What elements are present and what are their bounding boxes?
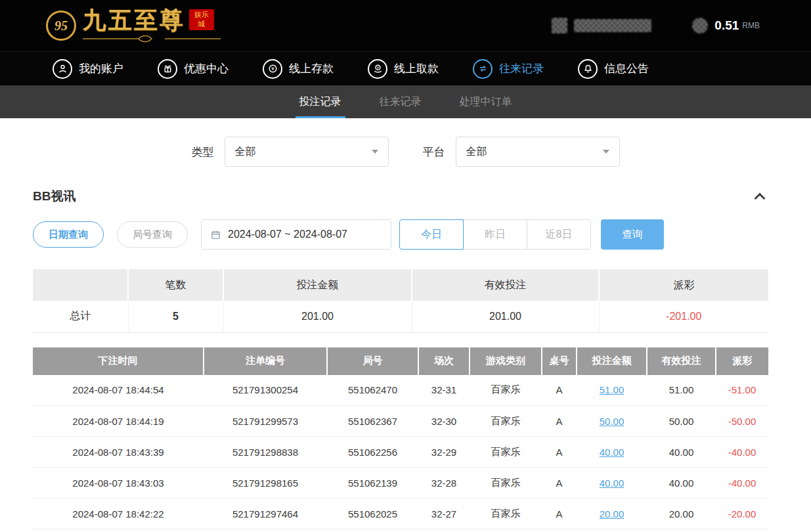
- summary-count: 5: [128, 301, 223, 332]
- tab-transaction-records[interactable]: 往来记录: [376, 85, 426, 118]
- bet-amount-link[interactable]: 40.00: [600, 477, 625, 489]
- nav-item-promotions[interactable]: 优惠中心: [158, 59, 229, 79]
- cell-valid: 51.00: [647, 375, 716, 406]
- cell-session: 32-30: [418, 406, 470, 437]
- header-round-no: 局号: [327, 347, 418, 375]
- tab-label: 投注记录: [299, 95, 341, 109]
- bet-amount-link[interactable]: 50.00: [600, 416, 625, 427]
- bet-table-body: 2024-08-07 18:44:54521791300254551062470…: [33, 375, 768, 529]
- platform-select-value: 全部: [466, 145, 487, 159]
- cell-session: 32-27: [418, 499, 470, 529]
- cell-valid: 40.00: [647, 437, 716, 468]
- main-nav: 我的账户 优惠中心 ¥ 线上存款 ¥ 线上取款 往来记录 信息公告: [0, 51, 811, 85]
- deposit-coin-icon: ¥: [263, 59, 282, 79]
- cell-payout: -40.00: [716, 437, 768, 468]
- table-row: 2024-08-07 18:42:22521791297464551062025…: [33, 499, 768, 529]
- yesterday-button[interactable]: 昨日: [463, 219, 527, 250]
- user-icon: [53, 59, 72, 79]
- cell-round: 551062025: [327, 499, 418, 529]
- cell-table: A: [542, 375, 577, 406]
- chevron-down-icon: [372, 150, 378, 154]
- logo-flourish: [83, 35, 221, 43]
- nav-item-my-account[interactable]: 我的账户: [53, 59, 123, 79]
- logo-title: 九五至尊: [83, 9, 185, 32]
- summary-valid-bet: 201.00: [412, 301, 599, 332]
- cell-game: 百家乐: [470, 499, 542, 529]
- search-button-label: 查询: [622, 228, 643, 242]
- cell-game: 百家乐: [470, 468, 542, 499]
- header-bet-time: 下注时间: [33, 347, 204, 375]
- bet-records-table: 下注时间 注单编号 局号 场次 游戏类别 桌号 投注金额 有效投注 派彩 202…: [33, 347, 768, 530]
- cell-table: A: [542, 499, 577, 529]
- cell-time: 2024-08-07 18:43:39: [33, 437, 204, 468]
- cell-round: 551062256: [327, 437, 418, 468]
- cell-valid: 40.00: [647, 468, 716, 499]
- summary-header-payout: 派彩: [599, 269, 768, 301]
- quick-date-group: 今日 昨日 近8日: [399, 219, 591, 250]
- cell-round: 551062470: [327, 375, 418, 406]
- summary-total-label: 总计: [33, 301, 128, 332]
- cell-table: A: [542, 468, 577, 499]
- last-8-days-button[interactable]: 近8日: [527, 219, 591, 250]
- type-select[interactable]: 全部: [225, 137, 389, 167]
- bet-table-header-row: 下注时间 注单编号 局号 场次 游戏类别 桌号 投注金额 有效投注 派彩: [33, 347, 768, 375]
- balance-currency: RMB: [742, 21, 760, 30]
- logo-badge: 娱乐城: [189, 9, 214, 30]
- today-button[interactable]: 今日: [399, 219, 464, 250]
- tab-bet-records[interactable]: 投注记录: [296, 85, 345, 118]
- logo-emblem-icon: 95: [46, 11, 76, 41]
- cell-round: 551062367: [327, 406, 418, 437]
- today-label: 今日: [421, 228, 442, 242]
- date-range-value: 2024-08-07 ~ 2024-08-07: [228, 229, 347, 240]
- date-range-input[interactable]: 2024-08-07 ~ 2024-08-07: [201, 219, 391, 250]
- balance-coin-icon: [692, 18, 708, 33]
- cell-id: 521791299573: [204, 406, 327, 437]
- date-query-button[interactable]: 日期查询: [33, 221, 104, 248]
- cell-game: 百家乐: [470, 375, 542, 406]
- svg-text:¥: ¥: [271, 66, 274, 72]
- nav-item-records[interactable]: 往来记录: [473, 59, 544, 79]
- section-title: BB视讯: [33, 188, 76, 205]
- cell-payout: -40.00: [716, 468, 768, 499]
- nav-item-label: 优惠中心: [184, 61, 229, 76]
- cell-id: 521791298165: [204, 468, 327, 499]
- header-payout: 派彩: [716, 347, 768, 375]
- nav-item-withdraw[interactable]: ¥ 线上取款: [368, 59, 439, 79]
- cell-time: 2024-08-07 18:44:54: [33, 375, 204, 406]
- filter-row: 类型 全部 平台 全部: [0, 118, 811, 180]
- nav-item-label: 信息公告: [604, 61, 649, 76]
- cell-game: 百家乐: [470, 437, 542, 468]
- user-avatar[interactable]: [552, 18, 567, 33]
- summary-header-blank: [33, 269, 128, 301]
- transfer-records-icon: [473, 59, 493, 79]
- cell-id: 521791298838: [204, 437, 327, 468]
- section-header: BB视讯: [0, 180, 811, 219]
- round-query-button[interactable]: 局号查询: [117, 221, 188, 248]
- cell-amount: 40.00: [577, 468, 647, 499]
- collapse-chevron-up-icon[interactable]: [755, 193, 766, 204]
- cell-payout: -51.00: [716, 375, 768, 406]
- platform-select[interactable]: 全部: [456, 137, 620, 167]
- bet-amount-link[interactable]: 20.00: [600, 508, 625, 520]
- bet-amount-link[interactable]: 40.00: [600, 447, 625, 458]
- round-query-label: 局号查询: [133, 229, 172, 241]
- nav-item-label: 线上存款: [289, 61, 334, 76]
- yesterday-label: 昨日: [485, 228, 506, 242]
- tab-processing-orders[interactable]: 处理中订单: [456, 85, 516, 118]
- site-logo[interactable]: 95 九五至尊 娱乐城: [46, 9, 221, 43]
- top-header: 95 九五至尊 娱乐城 0.51 RMB: [0, 0, 811, 51]
- search-button[interactable]: 查询: [601, 219, 664, 250]
- summary-total-row: 总计 5 201.00 201.00 -201.00: [33, 301, 768, 332]
- cell-valid: 50.00: [647, 406, 716, 437]
- summary-bet-amount: 201.00: [223, 301, 412, 332]
- table-row: 2024-08-07 18:43:03521791298165551062139…: [33, 468, 768, 499]
- bet-amount-link[interactable]: 51.00: [600, 384, 625, 395]
- nav-item-announcements[interactable]: 信息公告: [578, 59, 649, 79]
- cell-session: 32-28: [418, 468, 470, 499]
- nav-item-deposit[interactable]: ¥ 线上存款: [263, 59, 334, 79]
- cell-amount: 50.00: [577, 406, 647, 437]
- chevron-down-icon: [603, 150, 609, 154]
- platform-filter-label: 平台: [423, 144, 445, 160]
- username-redacted[interactable]: [574, 19, 651, 32]
- cell-game: 百家乐: [470, 406, 542, 437]
